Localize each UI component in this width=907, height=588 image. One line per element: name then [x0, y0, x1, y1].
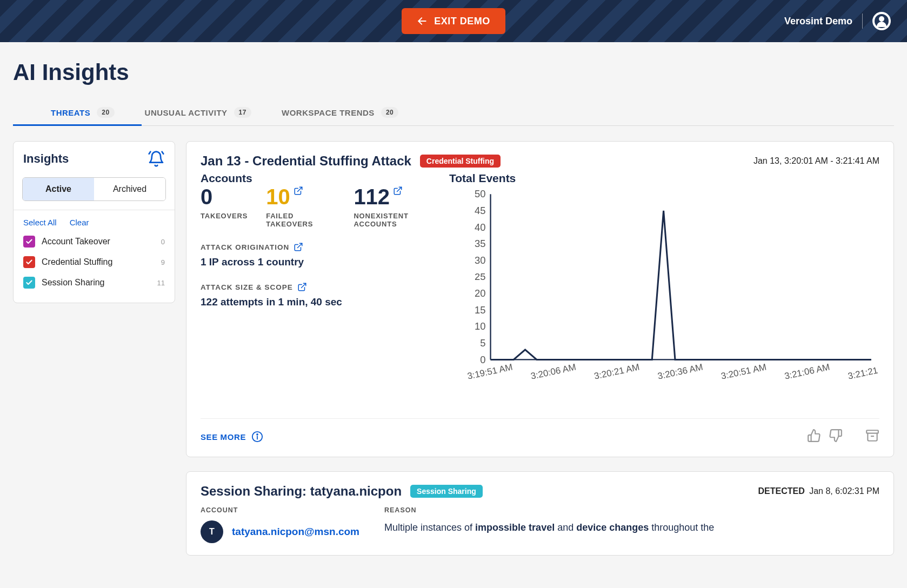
- stat-nonexistent-accounts: 112 NONEXISTENT ACCOUNTS: [354, 186, 444, 228]
- tab-label: UNUSUAL ACTIVITY: [145, 108, 228, 117]
- exit-demo-label: EXIT DEMO: [434, 16, 490, 27]
- svg-text:3:19:51 AM: 3:19:51 AM: [466, 362, 513, 381]
- tabs: THREATS20UNUSUAL ACTIVITY17WORKSPACE TRE…: [13, 99, 894, 126]
- page-title: AI Insights: [13, 59, 894, 85]
- attack-size-heading: ATTACK SIZE & SCOPE: [201, 282, 444, 292]
- threat-type-badge: Session Sharing: [410, 485, 483, 498]
- threat-card-credential-stuffing: Jan 13 - Credential Stuffing Attack Cred…: [186, 141, 894, 457]
- insights-segment: Active Archived: [22, 177, 166, 201]
- external-link-icon[interactable]: [393, 186, 403, 196]
- checkbox[interactable]: [23, 277, 35, 289]
- sidebar-title: Insights: [23, 152, 69, 166]
- chart-title: Total Events: [449, 172, 879, 185]
- stat-label: NONEXISTENT ACCOUNTS: [354, 212, 444, 228]
- filter-row: Credential Stuffing 9: [23, 252, 165, 272]
- card-actions: [807, 429, 879, 445]
- svg-text:3:20:36 AM: 3:20:36 AM: [657, 362, 704, 381]
- clear-link[interactable]: Clear: [70, 218, 89, 227]
- stat-value: 0: [201, 186, 212, 208]
- card-title: Session Sharing: tatyana.nicpon: [201, 484, 402, 499]
- svg-text:3:21:06 AM: 3:21:06 AM: [784, 362, 831, 381]
- reason-text: Multiple instances of impossible travel …: [384, 520, 879, 536]
- svg-text:30: 30: [475, 255, 485, 266]
- filter-count: 0: [161, 238, 165, 246]
- thumbs-down-button[interactable]: [829, 429, 843, 445]
- svg-text:0: 0: [480, 354, 485, 365]
- archive-icon: [865, 429, 879, 443]
- tab-label: THREATS: [51, 108, 90, 117]
- svg-text:3:20:06 AM: 3:20:06 AM: [530, 362, 577, 381]
- account-avatar: T: [201, 520, 223, 543]
- tab-label: WORKSPACE TRENDS: [282, 108, 375, 117]
- svg-text:3:20:21 AM: 3:20:21 AM: [593, 362, 640, 381]
- card-title: Jan 13 - Credential Stuffing Attack: [201, 153, 411, 169]
- attack-size-text: 122 attempts in 1 min, 40 sec: [201, 296, 444, 308]
- stat-value: 112: [354, 186, 390, 208]
- tab-threats[interactable]: THREATS20: [51, 99, 115, 125]
- svg-rect-28: [866, 430, 878, 433]
- account-heading: ACCOUNT: [201, 506, 379, 514]
- attack-origination-text: 1 IP across 1 country: [201, 256, 444, 268]
- tab-count: 20: [97, 107, 114, 118]
- checkbox[interactable]: [23, 236, 35, 248]
- external-link-icon[interactable]: [294, 242, 303, 252]
- total-events-chart: Total Events 051015202530354045503:19:51…: [449, 172, 879, 403]
- filter-label: Account Takeover: [42, 237, 110, 246]
- svg-text:15: 15: [475, 304, 485, 316]
- svg-line-3: [298, 243, 302, 248]
- filter-row: Session Sharing 11: [23, 272, 165, 293]
- stat-failed-takeovers: 10 FAILED TAKEOVERS: [266, 186, 335, 228]
- info-icon: [251, 431, 263, 443]
- threat-type-badge: Credential Stuffing: [420, 155, 501, 168]
- header-right: Verosint Demo: [784, 12, 891, 30]
- arrow-left-icon: [417, 16, 428, 26]
- stat-takeovers: 0 TAKEOVERS: [201, 186, 248, 228]
- external-link-icon[interactable]: [297, 282, 307, 292]
- svg-text:20: 20: [475, 288, 485, 299]
- svg-text:5: 5: [480, 337, 485, 349]
- tab-unusual-activity[interactable]: UNUSUAL ACTIVITY17: [145, 99, 251, 125]
- svg-text:40: 40: [475, 222, 485, 233]
- tab-count: 17: [234, 107, 251, 118]
- svg-text:35: 35: [475, 238, 485, 249]
- profile-avatar-button[interactable]: [872, 12, 891, 30]
- segment-archived[interactable]: Archived: [94, 178, 165, 201]
- svg-text:3:21:21 AM: 3:21:21 AM: [847, 362, 879, 381]
- threat-card-session-sharing: Session Sharing: tatyana.nicpon Session …: [186, 471, 894, 556]
- svg-line-2: [397, 187, 402, 191]
- checkbox[interactable]: [23, 256, 35, 268]
- see-more-button[interactable]: SEE MORE: [201, 431, 263, 443]
- top-banner: EXIT DEMO Verosint Demo: [0, 0, 907, 42]
- svg-text:3:20:51 AM: 3:20:51 AM: [720, 362, 767, 381]
- svg-text:10: 10: [475, 320, 485, 332]
- svg-line-1: [297, 187, 302, 191]
- bell-alert-icon[interactable]: [148, 150, 165, 168]
- accounts-heading: Accounts: [201, 172, 444, 185]
- tab-count: 20: [381, 107, 398, 118]
- stat-label: TAKEOVERS: [201, 212, 248, 220]
- thumbs-down-icon: [829, 429, 843, 443]
- card-detected-time: DETECTED Jan 8, 6:02:31 PM: [758, 486, 879, 496]
- thumbs-up-button[interactable]: [807, 429, 821, 445]
- card-time-range: Jan 13, 3:20:01 AM - 3:21:41 AM: [753, 156, 879, 166]
- segment-active[interactable]: Active: [23, 178, 94, 201]
- insights-sidebar: Insights Active Archived Select All Clea…: [13, 141, 175, 303]
- filter-row: Account Takeover 0: [23, 231, 165, 252]
- external-link-icon[interactable]: [294, 186, 303, 196]
- account-email-link[interactable]: tatyana.nicpon@msn.com: [232, 526, 359, 538]
- svg-text:50: 50: [475, 188, 485, 199]
- svg-point-27: [257, 434, 258, 435]
- svg-text:25: 25: [475, 271, 485, 283]
- select-all-link[interactable]: Select All: [23, 218, 57, 227]
- archive-button[interactable]: [865, 429, 879, 445]
- attack-origination-heading: ATTACK ORIGINATION: [201, 242, 444, 252]
- exit-demo-button[interactable]: EXIT DEMO: [402, 8, 505, 34]
- user-icon: [875, 14, 889, 28]
- tab-workspace-trends[interactable]: WORKSPACE TRENDS20: [282, 99, 398, 125]
- thumbs-up-icon: [807, 429, 821, 443]
- svg-line-4: [301, 283, 305, 288]
- filter-count: 9: [161, 258, 165, 266]
- org-label: Verosint Demo: [784, 16, 852, 27]
- filter-label: Session Sharing: [42, 278, 105, 288]
- reason-heading: REASON: [384, 506, 879, 514]
